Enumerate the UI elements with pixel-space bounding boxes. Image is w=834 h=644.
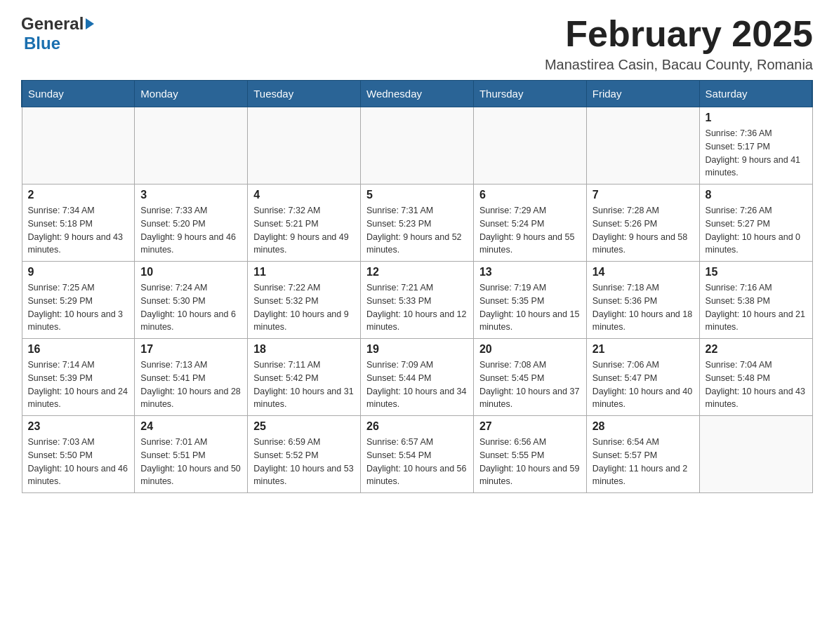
day-info: Sunrise: 7:28 AMSunset: 5:26 PMDaylight:… — [593, 204, 694, 257]
logo: General Blue — [21, 14, 94, 53]
table-cell: 10Sunrise: 7:24 AMSunset: 5:30 PMDayligh… — [135, 262, 248, 339]
month-title: February 2025 — [545, 14, 813, 54]
day-number: 16 — [28, 343, 129, 356]
col-wednesday: Wednesday — [361, 81, 474, 107]
day-number: 17 — [140, 343, 241, 356]
col-sunday: Sunday — [22, 81, 135, 107]
day-number: 25 — [253, 420, 355, 433]
table-cell: 21Sunrise: 7:06 AMSunset: 5:47 PMDayligh… — [586, 339, 699, 416]
col-monday: Monday — [135, 81, 248, 107]
day-number: 3 — [140, 189, 241, 201]
title-area: February 2025 Manastirea Casin, Bacau Co… — [545, 14, 813, 73]
logo-blue-text: Blue — [24, 34, 60, 53]
day-number: 1 — [706, 112, 807, 124]
day-number: 28 — [593, 420, 694, 433]
day-info: Sunrise: 7:34 AMSunset: 5:18 PMDaylight:… — [28, 204, 129, 257]
day-info: Sunrise: 7:26 AMSunset: 5:27 PMDaylight:… — [706, 204, 807, 257]
day-number: 4 — [253, 189, 355, 201]
table-cell: 11Sunrise: 7:22 AMSunset: 5:32 PMDayligh… — [248, 262, 361, 339]
day-number: 14 — [593, 266, 694, 279]
day-info: Sunrise: 7:32 AMSunset: 5:21 PMDaylight:… — [253, 204, 355, 257]
day-info: Sunrise: 7:03 AMSunset: 5:50 PMDaylight:… — [28, 436, 129, 488]
day-number: 26 — [366, 420, 468, 433]
table-cell: 1Sunrise: 7:36 AMSunset: 5:17 PMDaylight… — [699, 107, 812, 185]
calendar-header-row: Sunday Monday Tuesday Wednesday Thursday… — [22, 81, 812, 107]
day-info: Sunrise: 7:01 AMSunset: 5:51 PMDaylight:… — [140, 436, 241, 488]
day-info: Sunrise: 7:06 AMSunset: 5:47 PMDaylight:… — [593, 358, 694, 411]
day-number: 9 — [28, 266, 129, 279]
table-cell — [361, 107, 474, 185]
table-cell — [22, 107, 135, 185]
day-number: 6 — [479, 189, 581, 201]
table-cell: 5Sunrise: 7:31 AMSunset: 5:23 PMDaylight… — [361, 185, 474, 262]
table-cell: 18Sunrise: 7:11 AMSunset: 5:42 PMDayligh… — [248, 339, 361, 416]
table-cell: 9Sunrise: 7:25 AMSunset: 5:29 PMDaylight… — [22, 262, 135, 339]
col-saturday: Saturday — [699, 81, 812, 107]
day-number: 23 — [28, 420, 129, 433]
day-number: 22 — [706, 343, 807, 356]
table-cell — [135, 107, 248, 185]
week-row-2: 2Sunrise: 7:34 AMSunset: 5:18 PMDaylight… — [22, 185, 812, 262]
day-info: Sunrise: 7:19 AMSunset: 5:35 PMDaylight:… — [479, 281, 581, 334]
table-cell: 28Sunrise: 6:54 AMSunset: 5:57 PMDayligh… — [586, 416, 699, 493]
day-number: 15 — [706, 266, 807, 279]
day-info: Sunrise: 7:09 AMSunset: 5:44 PMDaylight:… — [366, 358, 468, 411]
day-info: Sunrise: 7:13 AMSunset: 5:41 PMDaylight:… — [140, 358, 241, 411]
day-info: Sunrise: 7:36 AMSunset: 5:17 PMDaylight:… — [706, 127, 807, 180]
table-cell: 15Sunrise: 7:16 AMSunset: 5:38 PMDayligh… — [699, 262, 812, 339]
day-number: 21 — [593, 343, 694, 356]
day-info: Sunrise: 7:29 AMSunset: 5:24 PMDaylight:… — [479, 204, 581, 257]
table-cell: 19Sunrise: 7:09 AMSunset: 5:44 PMDayligh… — [361, 339, 474, 416]
col-friday: Friday — [586, 81, 699, 107]
table-cell — [473, 107, 586, 185]
week-row-4: 16Sunrise: 7:14 AMSunset: 5:39 PMDayligh… — [22, 339, 812, 416]
day-info: Sunrise: 7:22 AMSunset: 5:32 PMDaylight:… — [253, 281, 355, 334]
col-thursday: Thursday — [473, 81, 586, 107]
day-number: 12 — [366, 266, 468, 279]
calendar-table: Sunday Monday Tuesday Wednesday Thursday… — [21, 80, 813, 493]
day-info: Sunrise: 7:33 AMSunset: 5:20 PMDaylight:… — [140, 204, 241, 257]
day-number: 18 — [253, 343, 355, 356]
table-cell: 20Sunrise: 7:08 AMSunset: 5:45 PMDayligh… — [473, 339, 586, 416]
table-cell: 8Sunrise: 7:26 AMSunset: 5:27 PMDaylight… — [699, 185, 812, 262]
week-row-5: 23Sunrise: 7:03 AMSunset: 5:50 PMDayligh… — [22, 416, 812, 493]
day-info: Sunrise: 7:14 AMSunset: 5:39 PMDaylight:… — [28, 358, 129, 411]
day-number: 24 — [140, 420, 241, 433]
table-cell: 7Sunrise: 7:28 AMSunset: 5:26 PMDaylight… — [586, 185, 699, 262]
table-cell: 6Sunrise: 7:29 AMSunset: 5:24 PMDaylight… — [473, 185, 586, 262]
table-cell: 4Sunrise: 7:32 AMSunset: 5:21 PMDaylight… — [248, 185, 361, 262]
table-cell: 12Sunrise: 7:21 AMSunset: 5:33 PMDayligh… — [361, 262, 474, 339]
table-cell: 24Sunrise: 7:01 AMSunset: 5:51 PMDayligh… — [135, 416, 248, 493]
day-number: 10 — [140, 266, 241, 279]
day-number: 19 — [366, 343, 468, 356]
table-cell: 23Sunrise: 7:03 AMSunset: 5:50 PMDayligh… — [22, 416, 135, 493]
table-cell: 26Sunrise: 6:57 AMSunset: 5:54 PMDayligh… — [361, 416, 474, 493]
day-info: Sunrise: 7:31 AMSunset: 5:23 PMDaylight:… — [366, 204, 468, 257]
day-info: Sunrise: 6:59 AMSunset: 5:52 PMDaylight:… — [253, 436, 355, 488]
table-cell: 14Sunrise: 7:18 AMSunset: 5:36 PMDayligh… — [586, 262, 699, 339]
col-tuesday: Tuesday — [248, 81, 361, 107]
day-info: Sunrise: 7:04 AMSunset: 5:48 PMDaylight:… — [706, 358, 807, 411]
day-info: Sunrise: 7:08 AMSunset: 5:45 PMDaylight:… — [479, 358, 581, 411]
day-info: Sunrise: 6:57 AMSunset: 5:54 PMDaylight:… — [366, 436, 468, 488]
table-cell: 2Sunrise: 7:34 AMSunset: 5:18 PMDaylight… — [22, 185, 135, 262]
table-cell: 25Sunrise: 6:59 AMSunset: 5:52 PMDayligh… — [248, 416, 361, 493]
day-info: Sunrise: 7:11 AMSunset: 5:42 PMDaylight:… — [253, 358, 355, 411]
day-number: 27 — [479, 420, 581, 433]
table-cell: 3Sunrise: 7:33 AMSunset: 5:20 PMDaylight… — [135, 185, 248, 262]
logo-general-text: General — [21, 14, 84, 34]
location-subtitle: Manastirea Casin, Bacau County, Romania — [545, 57, 813, 73]
table-cell: 13Sunrise: 7:19 AMSunset: 5:35 PMDayligh… — [473, 262, 586, 339]
day-number: 11 — [253, 266, 355, 279]
day-info: Sunrise: 6:56 AMSunset: 5:55 PMDaylight:… — [479, 436, 581, 488]
day-number: 2 — [28, 189, 129, 201]
table-cell: 16Sunrise: 7:14 AMSunset: 5:39 PMDayligh… — [22, 339, 135, 416]
day-number: 13 — [479, 266, 581, 279]
day-info: Sunrise: 7:24 AMSunset: 5:30 PMDaylight:… — [140, 281, 241, 334]
day-info: Sunrise: 7:21 AMSunset: 5:33 PMDaylight:… — [366, 281, 468, 334]
page-header: General Blue February 2025 Manastirea Ca… — [21, 14, 813, 73]
day-number: 7 — [593, 189, 694, 201]
day-number: 8 — [706, 189, 807, 201]
day-info: Sunrise: 6:54 AMSunset: 5:57 PMDaylight:… — [593, 436, 694, 488]
week-row-1: 1Sunrise: 7:36 AMSunset: 5:17 PMDaylight… — [22, 107, 812, 185]
